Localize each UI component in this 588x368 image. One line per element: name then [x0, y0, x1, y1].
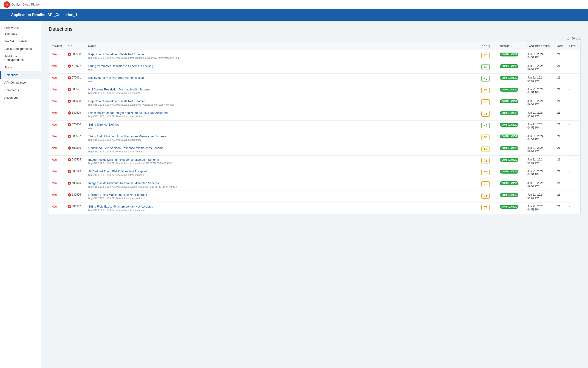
back-button[interactable]: ← [4, 12, 8, 18]
sidebar-item-additional-config[interactable]: Additional Configurations [0, 53, 41, 64]
detection-url: n/a [88, 127, 92, 129]
table-row: New580515Integer Fields Minimum Response… [49, 156, 581, 167]
group-badge: COMPLIANCE [500, 193, 518, 197]
age-cell: 21 [554, 62, 566, 74]
sidebar-item-scans[interactable]: Scans [0, 64, 41, 71]
patch-cell: - [566, 132, 580, 144]
detection-name-link[interactable]: Integer Fields Minimum Response Mismatch… [88, 181, 476, 185]
table-row: New580523All Defined Enum Field Values N… [49, 167, 581, 179]
qid-icon [68, 182, 71, 185]
group-badge: COMPLIANCE [500, 111, 518, 115]
qualys-logo: Q Qualys. Cloud Platform [4, 1, 42, 8]
sidebar-item-summary[interactable]: Summary [0, 30, 41, 37]
detection-name-link[interactable]: Rejection of Undefined Fields Not Enforc… [88, 53, 476, 56]
qid-number: 580539 [72, 146, 81, 149]
age-cell: 21 [554, 97, 566, 109]
detection-name-link[interactable]: String Size Not Defined [88, 123, 476, 126]
detection-name-link[interactable]: Null Values Restriction Mismatch With Sc… [88, 88, 476, 91]
age-cell: 21 [554, 144, 566, 156]
qds-badge: 75 [481, 181, 490, 187]
qid-icon [68, 170, 71, 173]
qid-icon [68, 64, 71, 68]
detection-url: http://18.222.51.109:7717/default/api/tr… [88, 174, 145, 176]
age-cell: 21 [554, 202, 566, 214]
patch-cell: - [566, 156, 580, 167]
th-name: NAME [86, 42, 479, 50]
qid-icon [68, 205, 71, 208]
patch-cell: - [566, 74, 580, 85]
qid-icon [68, 100, 71, 103]
status-badge: New [52, 111, 57, 115]
detection-name-link[interactable]: Basic Auth Is Not Preferred Authenticati… [88, 76, 476, 79]
table-row: New580557String Field Minimum Limit Resp… [49, 132, 581, 144]
header-title: Application Details: API_Collection_1 [11, 13, 77, 17]
detection-name-link[interactable]: Decimal Fields Maximum Limit Not Enforce… [88, 193, 476, 196]
status-badge: New [52, 76, 57, 79]
sidebar-item-action-log[interactable]: Action Log [0, 94, 41, 101]
group-badge: COMPLIANCE [500, 76, 518, 80]
status-badge: New [52, 135, 57, 138]
last-detected-cell: Jun 21, 202404:51 PM [525, 62, 554, 74]
qds-info-icon[interactable]: i [488, 45, 491, 47]
detection-name-link[interactable]: Undefined Field Addition Response Mismat… [88, 146, 476, 150]
detection-name-link[interactable]: All Defined Enum Field Values Not Accept… [88, 170, 476, 173]
table-row: New570076String Size Not Definedn/a40COM… [49, 120, 581, 132]
qualys-logo-icon: Q [4, 1, 10, 8]
last-detected-cell: Jun 21, 202404:51 PM [525, 156, 554, 167]
detection-name-link[interactable]: String Field Minimum Limit Response Mism… [88, 135, 476, 138]
detection-url: http://18.222.51.109:7717/default/api/ac… [88, 92, 140, 94]
last-detected-cell: Jun 21, 202404:51 PM [525, 120, 554, 132]
th-group[interactable]: GROUP ↑ [497, 42, 525, 50]
qid-icon [68, 88, 71, 91]
sidebar-item-comments[interactable]: Comments [0, 86, 41, 94]
group-badge: COMPLIANCE [500, 158, 518, 162]
status-badge: New [52, 53, 57, 56]
detection-url: http://18.222.51.109:7717/default/api/tr… [88, 197, 145, 200]
sidebar-item-basic-config[interactable]: Basic Configurations [0, 45, 41, 53]
th-age: AGE [554, 42, 566, 50]
patch-cell: - [566, 179, 580, 191]
detection-url: n/a [88, 68, 92, 71]
age-cell: 21 [554, 109, 566, 120]
header-bar: ← Application Details: API_Collection_1 [0, 9, 588, 21]
qds-badge: 75 [481, 193, 490, 199]
last-detected-cell: Jun 21, 202404:51 PM [525, 167, 554, 179]
qid-number: 580505 [72, 193, 81, 196]
qid-number: 580538 [72, 99, 81, 103]
detection-name-link[interactable]: String Field Exact Minimum Length Not Ac… [88, 205, 476, 208]
status-badge: New [52, 88, 57, 91]
group-sort-icon: ↑ [511, 45, 512, 47]
patch-cell: - [566, 202, 580, 214]
qid-icon [68, 111, 71, 115]
header-prefix: Application Details: [11, 13, 45, 17]
group-badge: COMPLIANCE [500, 99, 518, 103]
last-detected-cell: Jun 21, 202404:51 PM [525, 109, 554, 120]
group-badge: COMPLIANCE [500, 146, 518, 150]
sidebar-item-detections[interactable]: Detections [0, 71, 41, 79]
detection-name-link[interactable]: String Parameter Definition in Schema is… [88, 64, 476, 68]
qid-number: 570077 [72, 64, 81, 67]
detection-name-link[interactable]: Rejection of Undefined Fields Not Enforc… [88, 99, 476, 103]
top-bar: Q Qualys. Cloud Platform [0, 0, 588, 9]
last-detected-cell: Jun 21, 202404:51 PM [525, 50, 554, 62]
table-row: New570077String Parameter Definition in … [49, 62, 581, 74]
group-badge: COMPLIANCE [500, 88, 518, 92]
patch-cell: - [566, 97, 580, 109]
pagination-text: 1 - 50 of 1 [567, 37, 581, 40]
detection-name-link[interactable]: Exact Maximum for Integer and Numeric Fi… [88, 111, 476, 115]
age-cell: 21 [554, 50, 566, 62]
group-badge: COMPLIANCE [500, 170, 518, 174]
sidebar-item-trurisk[interactable]: TruRisk™ Details [0, 37, 41, 45]
patch-cell: - [566, 109, 580, 120]
main-layout: View Mode Summary TruRisk™ Details Basic… [0, 21, 588, 368]
qid-icon [68, 147, 71, 150]
svg-text:Q: Q [6, 4, 8, 6]
th-qid: QID [65, 42, 86, 50]
age-cell: 21 [554, 85, 566, 97]
detection-name-link[interactable]: Integer Fields Minimum Response Mismatch… [88, 158, 476, 161]
detection-url: http://18.222.51.109:7717/default/api/tr… [88, 162, 172, 165]
patch-cell: - [566, 191, 580, 202]
table-row: New580532String Field Exact Minimum Leng… [49, 202, 581, 214]
sidebar-item-api-compliance[interactable]: API Compliance [0, 79, 41, 86]
qid-number: 580515 [72, 158, 81, 161]
